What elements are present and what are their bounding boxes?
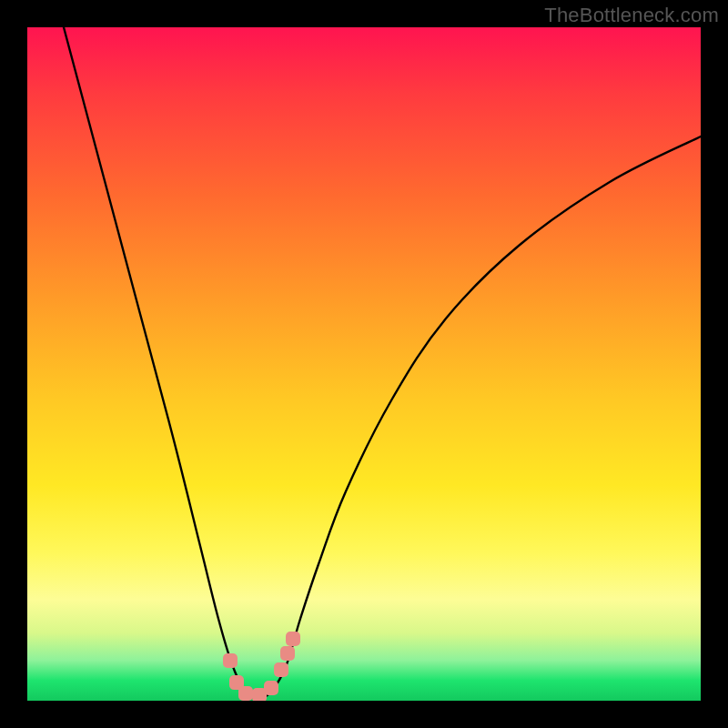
cluster-marker: [264, 681, 278, 695]
cluster-marker: [238, 686, 253, 701]
cluster-marker: [274, 662, 288, 677]
bottom-cluster-markers: [223, 632, 300, 701]
chart-plot-area: [27, 27, 701, 701]
bottleneck-curve: [64, 27, 701, 699]
cluster-marker: [223, 653, 238, 668]
watermark-text: TheBottleneck.com: [544, 4, 719, 27]
chart-svg: [27, 27, 701, 701]
curve-path: [64, 27, 701, 699]
cluster-marker: [286, 632, 300, 646]
cluster-marker: [280, 646, 295, 661]
